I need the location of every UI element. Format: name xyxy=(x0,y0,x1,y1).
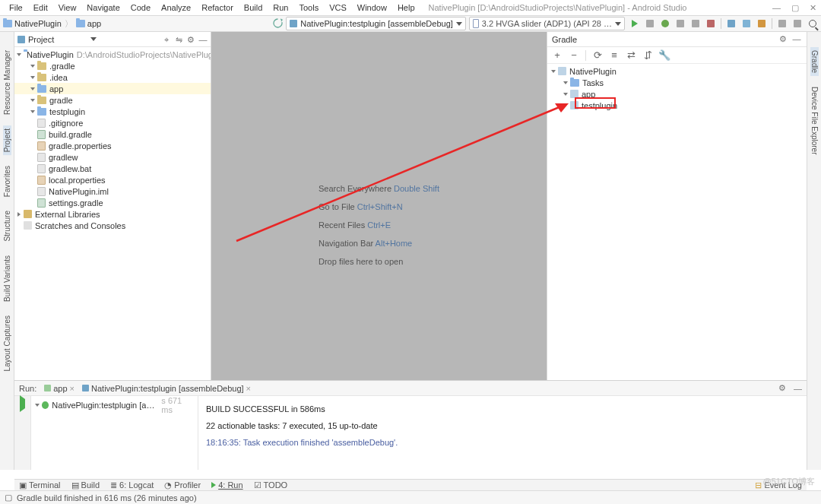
tree-row[interactable]: testplugin xyxy=(14,106,211,117)
menu-refactor[interactable]: Refactor xyxy=(197,2,238,14)
settings-button[interactable]: ⚙ xyxy=(778,34,788,45)
help-button[interactable] xyxy=(792,18,803,29)
hide-button[interactable]: — xyxy=(198,35,208,44)
rail-structure[interactable]: Structure xyxy=(3,208,11,245)
tree-row[interactable]: .idea xyxy=(14,71,211,83)
tree-row[interactable]: gradle.properties xyxy=(14,140,211,151)
close-icon[interactable]: × xyxy=(246,384,251,393)
expand-icon[interactable] xyxy=(563,81,568,84)
rail-device-file-explorer[interactable]: Device File Explorer xyxy=(810,84,819,157)
menu-window[interactable]: Window xyxy=(353,2,391,14)
menu-navigate[interactable]: Navigate xyxy=(82,2,124,14)
attach-button[interactable] xyxy=(690,18,701,29)
project-panel-title[interactable]: Project xyxy=(28,35,87,44)
menu-tools[interactable]: Tools xyxy=(294,2,323,14)
run-task-row[interactable]: NativePlugin:testplugin [assembleDebug]:… xyxy=(36,399,193,410)
wrench-button[interactable]: 🔧 xyxy=(659,50,670,61)
task-button[interactable]: ⇵ xyxy=(642,50,653,61)
window-minimize-button[interactable]: — xyxy=(772,3,781,13)
tab-logcat[interactable]: ≣6: Logcat xyxy=(110,480,154,490)
breadcrumb-seg-project[interactable]: NativePlugin xyxy=(3,19,62,28)
tree-row[interactable]: local.properties xyxy=(14,174,211,185)
rail-layout-captures[interactable]: Layout Captures xyxy=(3,312,11,374)
expand-icon[interactable] xyxy=(30,87,35,90)
device-select[interactable]: 3.2 HVGA slider (ADP1) (API 28 … xyxy=(469,17,625,30)
tree-root[interactable]: NativePluginD:\AndroidStudioProjects\Nat… xyxy=(14,49,211,60)
run-config-select[interactable]: NativePlugin:testplugin [assembleDebug] xyxy=(286,17,466,30)
expand-all-button[interactable]: ≡ xyxy=(609,50,620,61)
menu-vcs[interactable]: VCS xyxy=(325,2,351,14)
expand-icon[interactable] xyxy=(17,212,21,217)
window-close-button[interactable]: ✕ xyxy=(810,3,816,13)
gradle-tree-row[interactable]: Tasks xyxy=(547,77,807,88)
settings-button[interactable]: ⚙ xyxy=(778,383,786,393)
tree-ext-libraries[interactable]: External Libraries xyxy=(14,208,211,220)
close-icon[interactable]: × xyxy=(70,384,74,393)
collapse-button[interactable]: ⇋ xyxy=(174,35,183,44)
tree-row[interactable]: .gradle xyxy=(14,60,211,71)
remove-button[interactable]: − xyxy=(569,50,579,61)
expand-icon[interactable] xyxy=(30,99,35,102)
rail-build-variants[interactable]: Build Variants xyxy=(3,252,11,305)
breadcrumb-seg-app[interactable]: app xyxy=(76,19,101,28)
status-corner-icon[interactable]: ▢ xyxy=(5,493,12,502)
expand-icon[interactable] xyxy=(563,93,568,96)
search-button[interactable] xyxy=(807,18,818,29)
tree-row[interactable]: .gitignore xyxy=(14,117,211,128)
apply-changes-button[interactable] xyxy=(645,18,655,29)
tree-row[interactable]: app xyxy=(14,83,211,94)
menu-run[interactable]: Run xyxy=(268,2,293,14)
hide-button[interactable]: — xyxy=(791,34,802,45)
rail-resource-manager[interactable]: Resource Manager xyxy=(3,47,11,118)
tree-row[interactable]: gradle xyxy=(14,94,211,106)
menu-file[interactable]: File xyxy=(5,2,27,14)
run-button[interactable] xyxy=(629,18,640,29)
sdk-button[interactable] xyxy=(741,18,752,29)
run-console-output[interactable]: BUILD SUCCESSFUL in 586ms 22 actionable … xyxy=(198,396,807,470)
tree-row[interactable]: gradlew xyxy=(14,151,211,163)
tab-profiler[interactable]: ◔Profiler xyxy=(164,480,201,490)
menu-code[interactable]: Code xyxy=(126,2,155,14)
rail-project[interactable]: Project xyxy=(3,125,11,155)
tree-row[interactable]: settings.gradle xyxy=(14,197,211,208)
tab-build[interactable]: ▤Build xyxy=(71,480,100,490)
layout-button[interactable] xyxy=(756,18,767,29)
expand-icon[interactable] xyxy=(30,76,35,79)
tree-row[interactable]: NativePlugin.iml xyxy=(14,185,211,197)
menu-analyze[interactable]: Analyze xyxy=(157,2,195,14)
tab-run[interactable]: 4: Run xyxy=(211,480,242,490)
tree-scratches[interactable]: Scratches and Consoles xyxy=(14,220,211,231)
expand-icon[interactable] xyxy=(17,53,21,56)
settings-button[interactable]: ⚙ xyxy=(186,35,195,44)
add-button[interactable]: + xyxy=(552,50,563,61)
tree-row[interactable]: build.gradle xyxy=(14,128,211,140)
expand-icon[interactable] xyxy=(35,404,40,407)
gradle-tree-row[interactable]: testplugin xyxy=(547,100,807,111)
expand-icon[interactable] xyxy=(551,70,556,73)
run-tab[interactable]: NativePlugin:testplugin [assembleDebug] … xyxy=(82,384,251,393)
tab-todo[interactable]: ☑TODO xyxy=(254,480,288,490)
menu-help[interactable]: Help xyxy=(393,2,420,14)
rail-favorites[interactable]: Favorites xyxy=(3,163,11,200)
refresh-button[interactable]: ⟳ xyxy=(592,50,603,61)
profile-button[interactable] xyxy=(675,18,686,29)
sync-icon[interactable] xyxy=(273,18,283,30)
locate-button[interactable]: ⌖ xyxy=(162,35,171,44)
tab-terminal[interactable]: ▣Terminal xyxy=(19,480,61,490)
hide-button[interactable]: — xyxy=(794,384,802,393)
chevron-down-icon[interactable] xyxy=(90,37,97,41)
stop-button[interactable] xyxy=(705,18,716,29)
expand-icon[interactable] xyxy=(30,110,35,113)
run-tab[interactable]: app × xyxy=(44,384,74,393)
gradle-tree-row[interactable]: app xyxy=(547,88,807,100)
menu-view[interactable]: View xyxy=(54,2,81,14)
window-maximize-button[interactable]: ▢ xyxy=(791,3,799,13)
expand-icon[interactable] xyxy=(30,65,35,68)
link-button[interactable]: ⇄ xyxy=(626,50,636,61)
settings-button[interactable] xyxy=(777,18,788,29)
rail-gradle[interactable]: Gradle xyxy=(810,47,819,76)
debug-button[interactable] xyxy=(660,18,670,29)
menu-build[interactable]: Build xyxy=(239,2,267,14)
gradle-tree-row[interactable]: NativePlugin xyxy=(547,65,807,77)
menu-edit[interactable]: Edit xyxy=(29,2,52,14)
